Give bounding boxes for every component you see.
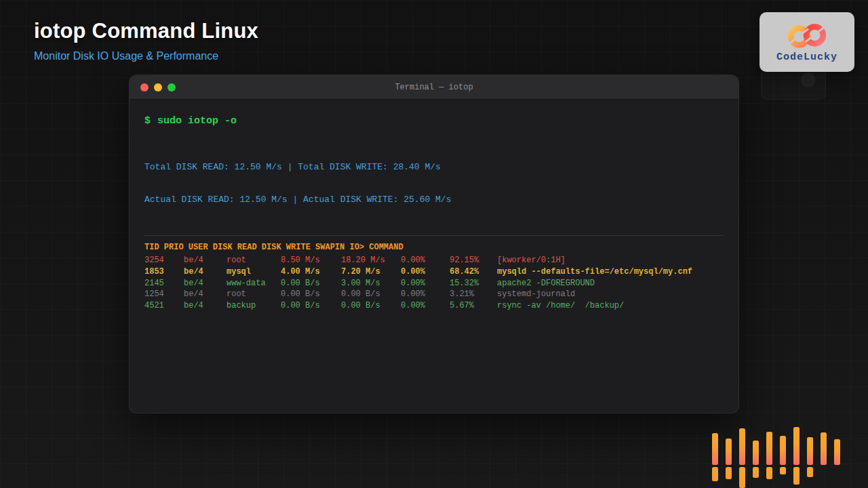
- cell-disk_read: 0.00 B/s: [281, 300, 341, 312]
- table-row: 2145be/4www-data0.00 B/s3.00 M/s0.00%15.…: [144, 278, 724, 289]
- cell-user: backup: [226, 300, 281, 312]
- cell-io: 92.15%: [450, 255, 497, 266]
- cell-tid: 4521: [144, 300, 184, 312]
- terminal-window[interactable]: Terminal — iotop $sudo iotop -o Total DI…: [129, 75, 739, 413]
- equalizer-bar: [821, 432, 827, 465]
- cell-io: 5.67%: [450, 300, 497, 312]
- cell-command: mysqld --defaults-file=/etc/mysql/my.cnf: [497, 266, 724, 278]
- equalizer-bar: [807, 437, 813, 465]
- equalizer-bar: [807, 467, 813, 477]
- cell-swapin: 0.00%: [401, 300, 450, 312]
- equalizer-row-2: [712, 467, 813, 488]
- page-title: iotop Command Linux: [34, 19, 258, 43]
- cell-tid: 1254: [144, 289, 184, 300]
- cell-tid: 1853: [144, 266, 184, 278]
- cell-disk_write: 18.20 M/s: [341, 255, 401, 266]
- terminal-title: Terminal — iotop: [130, 83, 738, 92]
- equalizer-bar: [712, 433, 718, 465]
- cell-user: mysql: [226, 266, 281, 278]
- equalizer-bar: [726, 439, 732, 465]
- equalizer-bar: [793, 427, 800, 465]
- cell-io: 68.42%: [450, 266, 497, 278]
- cell-command: [kworker/0:1H]: [497, 255, 724, 266]
- cell-io: 15.32%: [450, 278, 497, 289]
- table-row: 1254be/4root0.00 B/s0.00 B/s0.00%3.21%sy…: [144, 289, 724, 300]
- cell-tid: 2145: [144, 278, 184, 289]
- cell-prio: be/4: [184, 300, 226, 312]
- brand-card: CodeLucky: [760, 12, 854, 72]
- divider: [144, 235, 724, 236]
- cell-user: root: [226, 289, 281, 300]
- cell-disk_write: 0.00 B/s: [341, 289, 401, 300]
- cell-disk_read: 0.00 B/s: [281, 289, 341, 300]
- process-table-body: 3254be/4root8.50 M/s18.20 M/s0.00%92.15%…: [144, 255, 724, 312]
- disk-summary: Total DISK READ: 12.50 M/s | Total DISK …: [144, 140, 724, 227]
- cell-disk_write: 3.00 M/s: [341, 278, 401, 289]
- cell-disk_read: 4.00 M/s: [281, 266, 341, 278]
- brand-name: CodeLucky: [776, 52, 837, 63]
- cell-disk_write: 0.00 B/s: [341, 300, 401, 312]
- cell-swapin: 0.00%: [401, 278, 450, 289]
- equalizer-bar: [753, 467, 759, 478]
- equalizer-bar: [766, 467, 772, 479]
- cell-prio: be/4: [184, 255, 226, 266]
- ghost-glow: [801, 73, 816, 87]
- equalizer-bar: [739, 467, 745, 488]
- cell-disk_write: 7.20 M/s: [341, 266, 401, 278]
- equalizer-bar: [766, 432, 772, 465]
- equalizer-row-1: [712, 427, 840, 465]
- table-row: 1853be/4mysql4.00 M/s7.20 M/s0.00%68.42%…: [144, 266, 724, 278]
- equalizer-bar: [726, 467, 732, 479]
- ghost-card: [761, 69, 826, 100]
- cell-command: apache2 -DFOREGROUND: [497, 278, 724, 289]
- page-header: iotop Command Linux Monitor Disk IO Usag…: [34, 19, 258, 62]
- equalizer-bar: [739, 428, 745, 465]
- cell-user: www-data: [226, 278, 281, 289]
- cell-disk_read: 8.50 M/s: [281, 255, 341, 266]
- cell-prio: be/4: [184, 278, 226, 289]
- summary-line-total: Total DISK READ: 12.50 M/s | Total DISK …: [144, 162, 724, 173]
- equalizer-bar: [780, 436, 786, 465]
- cell-swapin: 0.00%: [401, 255, 450, 266]
- equalizer-bar: [793, 467, 800, 485]
- summary-line-actual: Actual DISK READ: 12.50 M/s | Actual DIS…: [144, 195, 724, 205]
- cell-io: 3.21%: [450, 289, 497, 300]
- equalizer-bar: [712, 467, 718, 481]
- command-line: $sudo iotop -o: [144, 115, 724, 128]
- command-text: sudo iotop -o: [157, 115, 237, 127]
- cell-command: rsync -av /home/ /backup/: [497, 300, 724, 312]
- cell-prio: be/4: [184, 266, 226, 278]
- table-header: TID PRIO USER DISK READ DISK WRITE SWAPI…: [144, 243, 724, 252]
- cell-user: root: [226, 255, 281, 266]
- cell-swapin: 0.00%: [401, 266, 450, 278]
- table-row: 4521be/4backup0.00 B/s0.00 B/s0.00%5.67%…: [144, 300, 724, 312]
- cell-command: systemd-journald: [497, 289, 724, 300]
- equalizer-bar: [753, 441, 759, 465]
- terminal-titlebar: Terminal — iotop: [130, 75, 738, 100]
- page-subtitle: Monitor Disk IO Usage & Performance: [34, 50, 258, 62]
- terminal-body: $sudo iotop -o Total DISK READ: 12.50 M/…: [130, 100, 738, 327]
- cell-swapin: 0.00%: [401, 289, 450, 300]
- equalizer-bar: [780, 467, 786, 474]
- equalizer-bar: [834, 439, 840, 465]
- cell-tid: 3254: [144, 255, 184, 266]
- cell-disk_read: 0.00 B/s: [281, 278, 341, 289]
- cell-prio: be/4: [184, 289, 226, 300]
- infinity-icon: [778, 22, 836, 50]
- prompt-symbol: $: [144, 115, 151, 127]
- table-row: 3254be/4root8.50 M/s18.20 M/s0.00%92.15%…: [144, 255, 724, 266]
